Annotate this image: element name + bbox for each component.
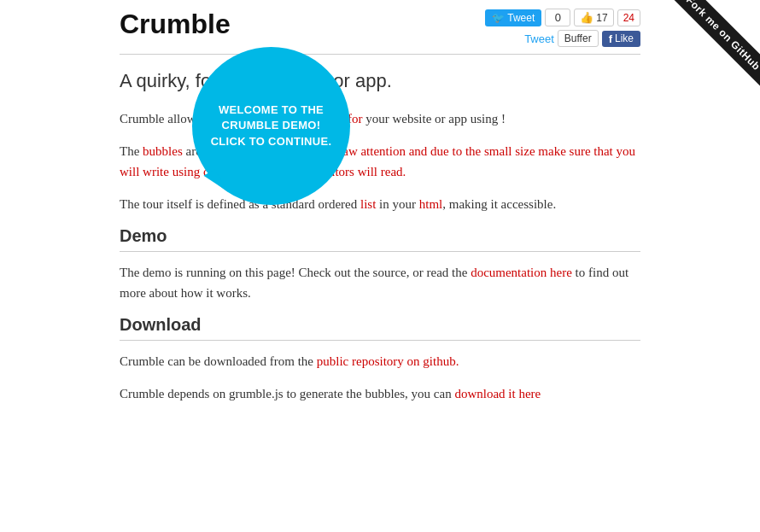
download-paragraph-1: Crumble can be downloaded from the publi… bbox=[120, 351, 640, 371]
buffer-button[interactable]: Buffer bbox=[558, 30, 599, 47]
p3-html-link[interactable]: html bbox=[419, 197, 443, 211]
download-here-link[interactable]: download it here bbox=[454, 387, 541, 400]
bubble-container: WELCOME TO THE CRUMBLE DEMO! CLICK TO CO… bbox=[192, 47, 350, 205]
twitter-bird-icon: 🐦 bbox=[492, 12, 505, 24]
gplus-count[interactable]: 24 bbox=[617, 9, 640, 26]
download-text2-before: Crumble depends on grumble.js to generat… bbox=[120, 387, 454, 400]
download-divider bbox=[120, 340, 640, 341]
social-top-row: 🐦 Tweet 0 👍 17 24 bbox=[485, 9, 640, 26]
github-repo-link[interactable]: public repository on github. bbox=[317, 354, 459, 368]
like-count-box[interactable]: 👍 17 bbox=[574, 9, 613, 26]
demo-text-before: The demo is running on this page! Check … bbox=[120, 266, 471, 279]
download-text-before: Crumble can be downloaded from the bbox=[120, 354, 317, 368]
social-bar: 🐦 Tweet 0 👍 17 24 Tweet Buffer f Like bbox=[485, 9, 640, 47]
download-paragraph-2: Crumble depends on grumble.js to generat… bbox=[120, 383, 640, 404]
p3-text2: in your bbox=[376, 197, 418, 211]
welcome-bubble[interactable]: WELCOME TO THE CRUMBLE DEMO! CLICK TO CO… bbox=[192, 47, 350, 205]
intro-text-before: A quirky, bbox=[120, 70, 196, 91]
p2-text-start: The bbox=[120, 144, 143, 158]
p1-text-after: your website or app using bbox=[363, 112, 501, 126]
site-title: Crumble bbox=[120, 9, 231, 40]
facebook-icon: f bbox=[609, 32, 612, 45]
tweet-link[interactable]: Tweet bbox=[524, 32, 554, 45]
like-count: 17 bbox=[596, 12, 607, 24]
social-bottom-row: Tweet Buffer f Like bbox=[524, 30, 640, 47]
demo-paragraph: The demo is running on this page! Check … bbox=[120, 262, 640, 303]
header: Crumble 🐦 Tweet 0 👍 17 24 Tweet Buffer f bbox=[120, 9, 640, 47]
github-ribbon[interactable]: Fork me on GitHub bbox=[658, 0, 760, 102]
facebook-like-label: Like bbox=[615, 32, 634, 44]
p2-bubbles-link[interactable]: bubbles bbox=[143, 144, 183, 158]
tweet-button[interactable]: 🐦 Tweet bbox=[485, 9, 541, 26]
tweet-count: 0 bbox=[545, 9, 570, 26]
p1-end: ! bbox=[501, 112, 506, 126]
p3-text3: , making it accessible. bbox=[442, 197, 556, 211]
documentation-link[interactable]: documentation here bbox=[471, 266, 572, 279]
tweet-button-label: Tweet bbox=[507, 12, 535, 24]
demo-heading: Demo bbox=[120, 226, 640, 246]
download-heading: Download bbox=[120, 315, 640, 335]
github-ribbon-link[interactable]: Fork me on GitHub bbox=[664, 0, 760, 92]
p3-list-link[interactable]: list bbox=[360, 197, 376, 211]
facebook-like-button[interactable]: f Like bbox=[602, 31, 640, 47]
demo-divider bbox=[120, 251, 640, 252]
thumbs-up-icon: 👍 bbox=[580, 11, 593, 24]
